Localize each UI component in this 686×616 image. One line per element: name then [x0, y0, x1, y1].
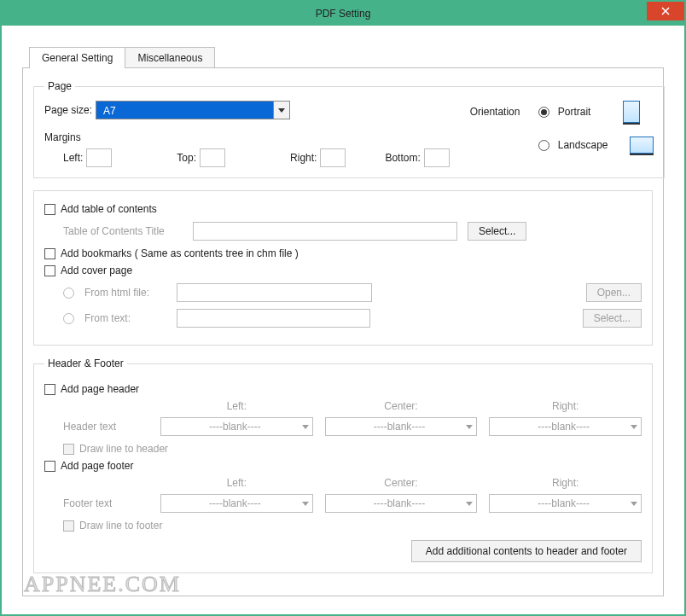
margin-left-input[interactable] [86, 148, 112, 167]
checkbox-draw-line-footer[interactable] [63, 520, 74, 532]
checkbox-add-cover[interactable] [44, 265, 55, 276]
draw-line-header-row: Draw line to header [63, 443, 642, 455]
from-html-input[interactable] [177, 283, 372, 302]
margin-left-label: Left: [63, 152, 83, 164]
margin-top-label: Top: [177, 152, 196, 164]
hf-footer-grid: Footer text ----blank---- ----blank---- … [63, 494, 642, 513]
margin-right-input[interactable] [320, 148, 346, 167]
checkbox-add-footer[interactable] [44, 461, 55, 472]
chevron-down-icon [302, 502, 309, 506]
from-text-label: From text: [84, 312, 166, 324]
margin-bottom-input[interactable] [424, 148, 450, 167]
cover-options: From html file: Open... From text: Selec… [63, 283, 642, 328]
tab-miscellaneous[interactable]: Miscellaneous [125, 47, 215, 68]
toc-title-row: Table of Contents Title Select... [63, 222, 642, 241]
cover-from-html-row: From html file: Open... [63, 283, 642, 302]
footer-right-combo[interactable]: ----blank---- [489, 494, 642, 513]
radio-portrait[interactable] [538, 107, 549, 118]
checkbox-add-toc[interactable] [44, 204, 55, 215]
page-size-dropdown-button[interactable] [273, 101, 290, 119]
page-size-select[interactable]: A7 [96, 101, 290, 119]
add-additional-contents-button[interactable]: Add additional contents to header and fo… [411, 540, 642, 562]
content: General Setting Miscellaneous Page Page … [7, 27, 679, 612]
margin-left-item: Left: [63, 148, 112, 167]
add-toc-label: Add table of contents [61, 203, 157, 215]
header-text-label: Header text [63, 421, 148, 433]
chevron-down-icon [466, 425, 473, 429]
checkbox-add-header[interactable] [44, 384, 55, 395]
col-left-f: Left: [160, 477, 313, 489]
header-left-combo[interactable]: ----blank---- [160, 417, 313, 436]
page-group: Page Page size: A7 Margins [33, 80, 665, 178]
page-row: Page size: A7 Margins [44, 101, 654, 167]
add-bookmarks-label: Add bookmarks ( Same as contents tree in… [61, 247, 299, 259]
chevron-down-icon [631, 502, 637, 506]
margin-top-input[interactable] [200, 148, 225, 167]
from-text-input[interactable] [177, 309, 370, 328]
close-button[interactable] [647, 2, 684, 20]
open-button[interactable]: Open... [586, 283, 642, 302]
footer-center-combo[interactable]: ----blank---- [325, 494, 478, 513]
col-center-h: Center: [325, 400, 478, 412]
add-header-row: Add page header [44, 383, 642, 395]
cover-from-text-row: From text: Select... [63, 309, 642, 328]
chevron-down-icon [631, 425, 637, 429]
hf-header-cols: Left: Center: Right: [63, 400, 642, 412]
portrait-label: Portrait [558, 106, 591, 118]
draw-line-footer-row: Draw line to footer [63, 520, 642, 532]
radio-landscape[interactable] [538, 140, 549, 151]
page-size-label: Page size: [44, 104, 96, 116]
titlebar: PDF Setting [2, 2, 684, 26]
toc-select-button[interactable]: Select... [468, 222, 526, 241]
margin-right-label: Right: [290, 152, 317, 164]
chevron-down-icon [302, 425, 309, 429]
margins-block: Margins Left: Top: [44, 131, 450, 167]
hf-legend: Header & Footer [44, 357, 127, 369]
header-center-combo[interactable]: ----blank---- [325, 417, 478, 436]
radio-from-text[interactable] [63, 313, 74, 324]
toc-group: Add table of contents Table of Contents … [33, 190, 653, 346]
checkbox-draw-line-header[interactable] [63, 444, 74, 455]
window-title: PDF Setting [316, 8, 371, 20]
radio-from-html[interactable] [63, 288, 74, 299]
header-right-combo[interactable]: ----blank---- [489, 417, 642, 436]
footer-right-value: ----blank---- [497, 497, 631, 509]
orientation-block: Orientation Portrait Landscape [470, 101, 654, 154]
margin-bottom-item: Bottom: [385, 148, 449, 167]
footer-text-label: Footer text [63, 497, 148, 509]
header-center-value: ----blank---- [333, 421, 467, 433]
portrait-page-icon [623, 101, 640, 123]
orientation-landscape-row: Landscape [470, 137, 654, 154]
margin-top-item: Top: [177, 148, 225, 167]
header-left-value: ----blank---- [168, 421, 302, 433]
margin-bottom-label: Bottom: [385, 152, 420, 164]
header-right-value: ----blank---- [497, 421, 631, 433]
landscape-label: Landscape [558, 139, 608, 151]
tabstrip: General Setting Miscellaneous [29, 46, 664, 67]
page-size-value: A7 [96, 101, 273, 119]
page-legend: Page [44, 80, 75, 92]
page-left: Page size: A7 Margins [44, 101, 450, 167]
margins-row: Left: Top: [44, 148, 450, 167]
add-bookmarks-row: Add bookmarks ( Same as contents tree in… [44, 247, 642, 259]
chevron-down-icon [278, 108, 285, 113]
toc-title-input[interactable] [193, 222, 457, 241]
tab-general-setting[interactable]: General Setting [29, 47, 125, 68]
add-cover-label: Add cover page [61, 264, 132, 276]
add-header-label: Add page header [61, 383, 139, 395]
cover-select-button[interactable]: Select... [583, 309, 642, 328]
toc-title-label: Table of Contents Title [63, 225, 183, 237]
col-center-f: Center: [325, 477, 478, 489]
orientation-portrait-row: Orientation Portrait [470, 101, 654, 123]
landscape-page-icon [630, 137, 654, 154]
client-area: General Setting Miscellaneous Page Page … [7, 27, 679, 609]
footer-left-value: ----blank---- [168, 497, 302, 509]
hf-header-grid: Header text ----blank---- ----blank---- … [63, 417, 642, 436]
footer-left-combo[interactable]: ----blank---- [160, 494, 313, 513]
chevron-down-icon [466, 502, 473, 506]
add-footer-row: Add page footer [44, 460, 642, 472]
draw-line-header-label: Draw line to header [79, 443, 168, 455]
checkbox-add-bookmarks[interactable] [44, 248, 55, 259]
close-icon [661, 7, 670, 15]
add-cover-row: Add cover page [44, 264, 642, 276]
